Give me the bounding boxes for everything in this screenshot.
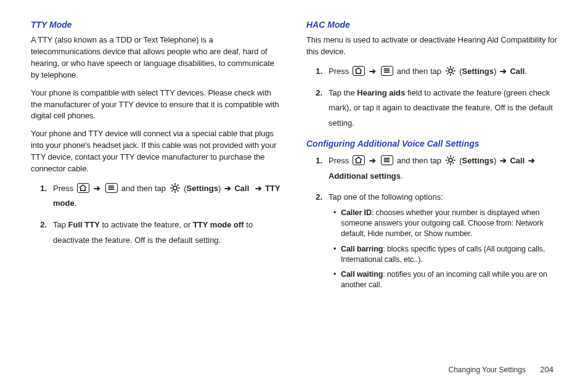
tty-off-label: TTY mode off <box>193 220 244 229</box>
arrow-icon: ➔ <box>368 156 377 165</box>
svg-line-7 <box>171 190 173 191</box>
option-term: Caller ID <box>341 208 372 217</box>
settings-label: Settings <box>462 67 494 76</box>
arrow-icon: ➔ <box>254 184 263 193</box>
right-column: HAC Mode This menu is used to activate o… <box>306 18 557 392</box>
additional-settings-label: Additional settings <box>329 171 401 181</box>
call-label: Call <box>510 67 525 76</box>
svg-line-8 <box>177 184 178 186</box>
cfg-steps: 1. Press ➔ and then tap (Settings) ➔ <box>306 153 557 295</box>
arrow-icon: ➔ <box>223 184 232 193</box>
heading-tty-mode: TTY Mode <box>31 18 282 31</box>
menu-icon <box>105 183 118 193</box>
heading-configuring: Configuring Additional Voice Call Settin… <box>306 137 557 150</box>
step-number: 2. <box>306 190 329 295</box>
svg-line-24 <box>452 163 454 164</box>
svg-point-0 <box>173 186 177 190</box>
svg-line-5 <box>171 184 173 186</box>
left-column: TTY Mode A TTY (also known as a TDD or T… <box>31 18 282 392</box>
step-number: 1. <box>31 181 53 211</box>
option-call-waiting: • Call waiting: notifies you of an incom… <box>333 269 557 290</box>
menu-icon <box>381 66 393 76</box>
gear-icon <box>445 155 456 166</box>
text: to activate the feature, or <box>100 220 193 229</box>
text: . <box>401 171 403 181</box>
text: and then tap <box>397 67 444 76</box>
hac-steps: 1. Press ➔ and then tap (Settings) ➔ <box>306 64 557 131</box>
option-term: Call waiting <box>341 270 383 279</box>
svg-point-18 <box>449 158 452 162</box>
heading-hac-mode: HAC Mode <box>306 18 557 31</box>
svg-line-17 <box>452 67 454 68</box>
svg-line-15 <box>452 73 454 74</box>
bullet-icon: • <box>333 244 341 265</box>
hac-step-1: 1. Press ➔ and then tap (Settings) ➔ <box>306 64 557 80</box>
arrow-icon: ➔ <box>92 184 102 193</box>
home-icon <box>353 66 365 76</box>
option-rest: : chooses whether your number is display… <box>341 208 544 238</box>
home-icon <box>353 155 365 165</box>
step-number: 2. <box>306 86 329 131</box>
full-tty-label: Full TTY <box>68 220 100 229</box>
hac-step-2: 2. Tap the Hearing aids field to activat… <box>306 86 557 131</box>
footer-page-number: 204 <box>528 365 553 374</box>
svg-line-26 <box>452 157 454 158</box>
text: Tap one of the following options: <box>329 192 443 202</box>
tty-step-2: 2. Tap Full TTY to activate the feature,… <box>31 218 282 248</box>
bullet-icon: • <box>333 269 341 290</box>
arrow-icon: ➔ <box>527 156 536 165</box>
step-number: 2. <box>31 218 53 248</box>
text: Tap <box>53 220 68 229</box>
options-list: • Caller ID: chooses whether your number… <box>329 208 557 290</box>
option-caller-id: • Caller ID: chooses whether your number… <box>333 208 557 239</box>
tty-paragraph-3: Your phone and TTY device will connect v… <box>31 128 282 174</box>
text: Press <box>329 67 351 76</box>
svg-line-6 <box>177 190 178 191</box>
page-footer: Changing Your Settings 204 <box>449 364 553 376</box>
text: Press <box>53 184 76 193</box>
home-icon <box>77 183 89 193</box>
settings-label: Settings <box>187 184 218 193</box>
gear-icon <box>169 182 181 194</box>
arrow-icon: ➔ <box>499 67 508 76</box>
text: and then tap <box>397 156 444 165</box>
text: . <box>75 198 77 208</box>
svg-point-9 <box>449 69 452 73</box>
svg-line-16 <box>447 73 448 74</box>
cfg-step-1: 1. Press ➔ and then tap (Settings) ➔ <box>306 153 557 184</box>
step-number: 1. <box>306 64 329 80</box>
text: . <box>525 67 527 76</box>
call-label: Call <box>510 156 525 165</box>
step-number: 1. <box>306 153 329 184</box>
tty-step-1: 1. Press ➔ and then tap (Settings) ➔ <box>31 181 282 211</box>
arrow-icon: ➔ <box>499 156 508 165</box>
settings-label: Settings <box>462 156 494 165</box>
arrow-icon: ➔ <box>368 67 377 76</box>
cfg-step-2: 2. Tap one of the following options: • C… <box>306 190 557 295</box>
footer-section: Changing Your Settings <box>449 365 526 374</box>
tty-paragraph-2: Your phone is compatible with select TTY… <box>31 88 282 123</box>
svg-line-25 <box>447 163 448 164</box>
gear-icon <box>445 65 456 76</box>
hac-paragraph: This menu is used to activate or deactiv… <box>306 35 557 58</box>
tty-paragraph-1: A TTY (also known as a TDD or Text Telep… <box>31 35 282 81</box>
option-term: Call barring <box>341 245 383 253</box>
option-call-barring: • Call barring: blocks specific types of… <box>333 244 557 265</box>
call-label: Call <box>234 184 249 193</box>
text: ) <box>494 67 499 76</box>
svg-line-14 <box>447 67 448 68</box>
text: Press <box>329 156 351 165</box>
tty-steps: 1. Press ➔ and then tap (Settings) ➔ <box>31 181 282 248</box>
menu-icon <box>381 155 393 165</box>
text: and then tap <box>121 184 168 193</box>
text: ) <box>218 184 223 193</box>
hearing-aids-label: Hearing aids <box>357 88 405 97</box>
bullet-icon: • <box>333 208 341 239</box>
svg-line-23 <box>447 157 448 158</box>
text: Tap the <box>329 88 357 97</box>
text: ) <box>494 156 499 165</box>
